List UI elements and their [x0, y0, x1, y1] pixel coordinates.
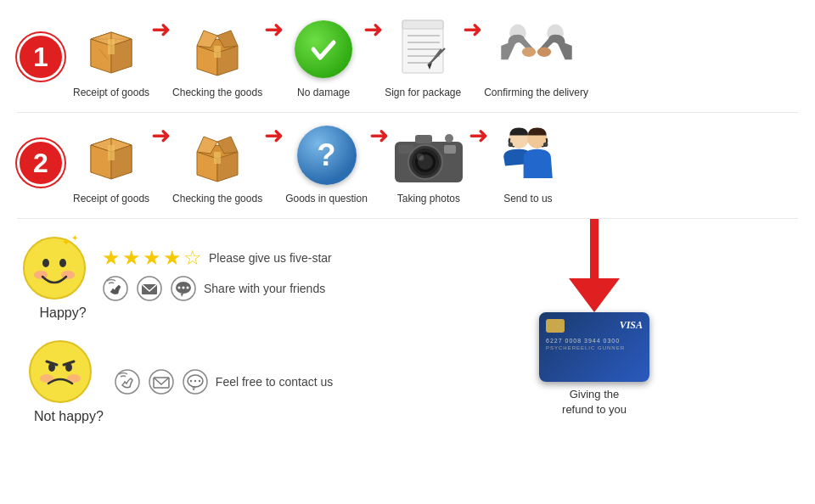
camera-icon [391, 121, 467, 189]
arrow-2-1: ➜ [151, 121, 171, 149]
svg-point-83 [194, 380, 196, 382]
stars-row: ★ ★ ★ ★ ☆ [102, 246, 202, 270]
svg-rect-13 [214, 46, 221, 58]
step-checking-2: Checking the goods [172, 121, 262, 204]
step-label-2-5: Send to us [503, 193, 552, 204]
svg-point-58 [42, 259, 49, 267]
svg-rect-33 [108, 145, 115, 160]
closed-box-icon-1 [73, 15, 149, 83]
arrow-1-3: ➜ [363, 15, 383, 43]
main-container: 1 [0, 0, 815, 504]
step-photo-2: Taking photos [391, 121, 467, 204]
arrow-1-4: ➜ [463, 15, 482, 43]
speech-bubble-icon [170, 275, 197, 302]
svg-rect-6 [108, 39, 115, 54]
step-number-1: 1 [17, 33, 65, 81]
not-happy-label: Not happy? [34, 409, 104, 424]
card-number: 6227 0008 3944 0300 [546, 338, 643, 344]
open-box-icon-1 [179, 15, 256, 83]
svg-point-71 [30, 341, 91, 402]
share-action-row: Share with your friends [102, 275, 332, 302]
card-name: PSYCHEREELIC GUNNER [546, 345, 643, 350]
star-3: ★ [143, 246, 161, 270]
svg-point-49 [417, 154, 424, 160]
bottom-section: ✦ ✦ Happy? ★ ★ ★ ★ ☆ [17, 227, 798, 424]
bottom-left: ✦ ✦ Happy? ★ ★ ★ ★ ☆ [17, 227, 374, 424]
svg-rect-50 [398, 145, 413, 154]
step-sendtous-2: Send to us [490, 121, 566, 204]
step-number-2: 2 [17, 139, 65, 187]
customer-service-icon [490, 121, 566, 189]
step-label-2-4: Taking photos [397, 193, 460, 204]
flow-row-2: 2 Receipt of goods ➜ [17, 115, 798, 211]
steps-container-2: Receipt of goods ➜ Checking the goods [73, 121, 798, 204]
arrow-2-4: ➜ [469, 121, 488, 149]
svg-marker-67 [181, 294, 183, 297]
question-mark: ? [318, 137, 336, 173]
star-4: ★ [163, 246, 182, 270]
envelope-icon [136, 275, 163, 302]
contact-action-row: Feel free to contact us [114, 368, 334, 395]
five-star-text: Please give us five-star [209, 251, 332, 265]
step-question-2: ? Goods in question [285, 121, 368, 204]
not-happy-face-icon [23, 331, 98, 406]
green-check-icon [285, 15, 362, 83]
not-happy-content: Feel free to contact us [114, 360, 334, 395]
arrow-2-2: ➜ [264, 121, 284, 149]
contact-envelope-icon [148, 368, 175, 395]
happy-label: Happy? [39, 305, 86, 321]
svg-text:✦: ✦ [61, 235, 71, 249]
svg-point-68 [178, 287, 181, 289]
svg-point-56 [34, 271, 48, 279]
step-label-1-1: Receipt of goods [73, 87, 149, 98]
not-happy-row: Not happy? [17, 331, 374, 424]
svg-point-59 [59, 259, 66, 267]
svg-point-27 [537, 48, 550, 57]
svg-point-48 [445, 134, 453, 143]
arrow-1-2: ➜ [264, 15, 284, 43]
step-label-1-5: Confirming the delivery [484, 87, 588, 98]
step-receipt-2: Receipt of goods [73, 121, 149, 204]
svg-point-55 [24, 238, 85, 299]
stars-action-row: ★ ★ ★ ★ ☆ Please give us five-star [102, 246, 332, 270]
step-confirm-1: Confirming the delivery [484, 15, 588, 98]
happy-row: ✦ ✦ Happy? ★ ★ ★ ★ ☆ [17, 227, 374, 321]
step-sign-1: Sign for package [385, 15, 461, 98]
svg-text:✦: ✦ [71, 233, 78, 243]
contact-phone-icon [114, 368, 141, 395]
happy-face-icon: ✦ ✦ [17, 227, 92, 302]
svg-point-57 [61, 271, 75, 279]
svg-point-77 [149, 370, 173, 394]
svg-point-26 [521, 48, 535, 57]
open-box-icon-2 [179, 121, 256, 189]
star-5: ☆ [183, 246, 202, 270]
visa-logo: VISA [620, 319, 643, 332]
steps-container-1: Receipt of goods ➜ [73, 15, 798, 98]
contact-speech-icon [182, 368, 209, 395]
step-label-1-4: Sign for package [385, 87, 461, 98]
star-2: ★ [122, 246, 141, 270]
closed-box-icon-2 [73, 121, 149, 189]
step-receipt-1: Receipt of goods [73, 15, 149, 98]
phone-icon [102, 275, 129, 302]
refund-label: Giving the refund to you [562, 387, 627, 417]
share-text: Share with your friends [204, 282, 325, 295]
card-chip [546, 319, 565, 333]
handshake-icon [498, 15, 575, 83]
arrow-2-3: ➜ [369, 121, 389, 149]
step-nodamage-1: No damage [285, 15, 362, 98]
svg-point-82 [190, 380, 192, 382]
star-1: ★ [102, 246, 121, 270]
svg-rect-46 [415, 135, 432, 143]
contact-icons [114, 368, 209, 395]
refund-arrow-icon [569, 219, 620, 312]
svg-point-70 [187, 287, 189, 289]
svg-point-84 [199, 380, 200, 382]
svg-rect-15 [402, 20, 443, 29]
contact-text: Feel free to contact us [216, 375, 334, 389]
separator-2 [17, 218, 798, 219]
step-label-2-1: Receipt of goods [73, 193, 149, 204]
credit-card: VISA 6227 0008 3944 0300 PSYCHEREELIC GU… [539, 312, 649, 382]
question-ball-icon: ? [289, 121, 365, 189]
flow-row-1: 1 [17, 8, 798, 105]
